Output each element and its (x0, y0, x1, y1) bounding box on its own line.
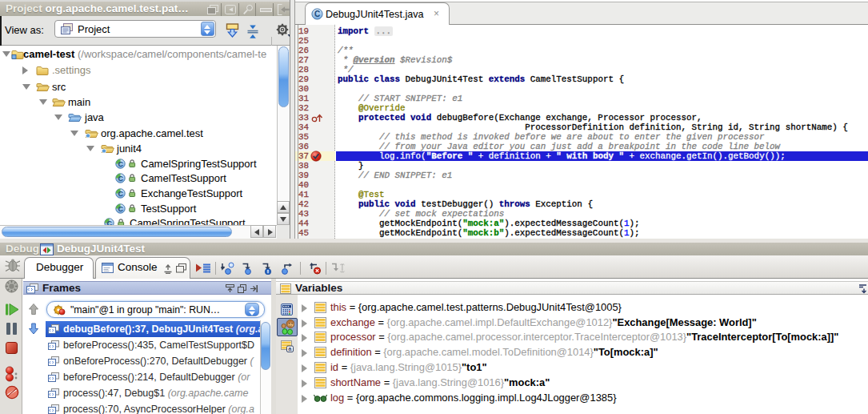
svg-text:C: C (118, 175, 123, 183)
svg-text:C: C (118, 160, 123, 168)
svg-text:C: C (118, 205, 123, 213)
svg-text:C: C (118, 190, 123, 198)
svg-text:C: C (314, 10, 320, 18)
svg-text:C: C (106, 219, 112, 225)
